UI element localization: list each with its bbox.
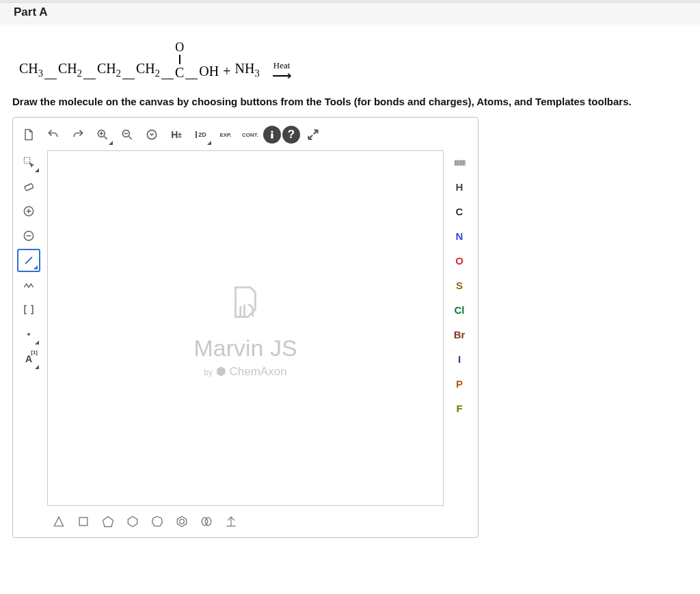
- template-cyclobutane-button[interactable]: [72, 510, 95, 533]
- atom-cl-button[interactable]: Cl: [448, 298, 471, 321]
- zoom-out-button[interactable]: [116, 123, 139, 146]
- canvas-brand-sub: by ⬢ ChemAxon: [204, 364, 286, 379]
- chemaxon-logo-icon: ⬢: [216, 365, 226, 378]
- atom-map-button[interactable]: A [1]: [17, 347, 40, 370]
- svg-rect-4: [271, 133, 273, 139]
- drawing-canvas[interactable]: Marvin JS by ⬢ ChemAxon: [47, 150, 444, 506]
- svg-point-17: [202, 517, 207, 526]
- template-toolbar: [47, 506, 474, 533]
- clean-2d-button[interactable]: 2D: [189, 123, 213, 146]
- radical-button[interactable]: [17, 323, 40, 346]
- atom-h-button[interactable]: H: [448, 175, 471, 198]
- svg-point-3: [271, 131, 273, 133]
- atom-n-button[interactable]: N: [448, 224, 471, 247]
- charge-minus-button[interactable]: [17, 224, 40, 247]
- explicit-h-button[interactable]: H±: [165, 123, 188, 146]
- selection-tool-button[interactable]: [17, 150, 40, 174]
- atom-s-button[interactable]: S: [448, 273, 471, 297]
- canvas-brand-title: Marvin JS: [193, 335, 297, 362]
- svg-marker-12: [103, 517, 113, 527]
- template-naphthalene-button[interactable]: [195, 510, 218, 533]
- svg-marker-10: [54, 517, 63, 526]
- left-toolbar: A [1]: [17, 150, 43, 506]
- template-benzene-button[interactable]: [170, 510, 193, 533]
- undo-button[interactable]: [42, 123, 65, 146]
- template-cyclohexane-button[interactable]: [121, 510, 144, 533]
- charge-plus-button[interactable]: [17, 200, 40, 223]
- svg-point-9: [27, 333, 30, 336]
- template-cyclopropane-button[interactable]: [47, 510, 70, 533]
- marvin-logo-icon: [221, 278, 270, 329]
- top-toolbar: H± 2D EXP. CONT. ?: [17, 122, 474, 150]
- svg-rect-6: [25, 183, 33, 191]
- svg-marker-13: [128, 517, 137, 527]
- zoom-fit-button[interactable]: [140, 123, 163, 146]
- info-button[interactable]: [263, 126, 281, 144]
- help-button[interactable]: ?: [282, 126, 300, 144]
- svg-point-16: [180, 519, 185, 524]
- eraser-button[interactable]: [17, 175, 40, 198]
- expand-button[interactable]: EXP.: [214, 123, 237, 146]
- instruction-text: Draw the molecule on the canvas by choos…: [0, 86, 700, 117]
- chain-bond-button[interactable]: [17, 273, 40, 297]
- redo-button[interactable]: [66, 123, 90, 146]
- atom-i-button[interactable]: I: [448, 347, 471, 370]
- template-cyclopentane-button[interactable]: [96, 510, 120, 533]
- atom-br-button[interactable]: Br: [448, 323, 471, 346]
- contract-button[interactable]: CONT.: [239, 123, 262, 146]
- atom-toolbar: ▦▦ H C N O S Cl Br I P F: [448, 150, 474, 506]
- atom-o-button[interactable]: O: [448, 249, 471, 272]
- atom-c-button[interactable]: C: [448, 200, 471, 223]
- bracket-button[interactable]: [17, 298, 40, 321]
- part-label: Part A: [14, 5, 686, 19]
- atom-p-button[interactable]: P: [448, 372, 471, 395]
- fullscreen-button[interactable]: [301, 123, 325, 146]
- svg-rect-11: [79, 517, 88, 526]
- single-bond-button[interactable]: [17, 249, 40, 272]
- atom-f-button[interactable]: F: [448, 396, 471, 420]
- molecule-editor: H± 2D EXP. CONT. ?: [12, 117, 479, 538]
- reaction-equation: CH3 CH2 CH2 CH2 O C OH + NH3 Heat ⟶: [0, 25, 700, 86]
- periodic-table-button[interactable]: ▦▦: [448, 150, 471, 174]
- zoom-in-button[interactable]: [91, 123, 114, 146]
- template-cycloheptane-button[interactable]: [146, 510, 169, 533]
- svg-point-18: [205, 517, 211, 526]
- template-more-button[interactable]: [219, 510, 243, 533]
- arrow-icon: ⟶: [272, 71, 292, 79]
- svg-marker-14: [152, 517, 163, 526]
- new-document-button[interactable]: [17, 123, 40, 146]
- svg-marker-15: [177, 517, 186, 527]
